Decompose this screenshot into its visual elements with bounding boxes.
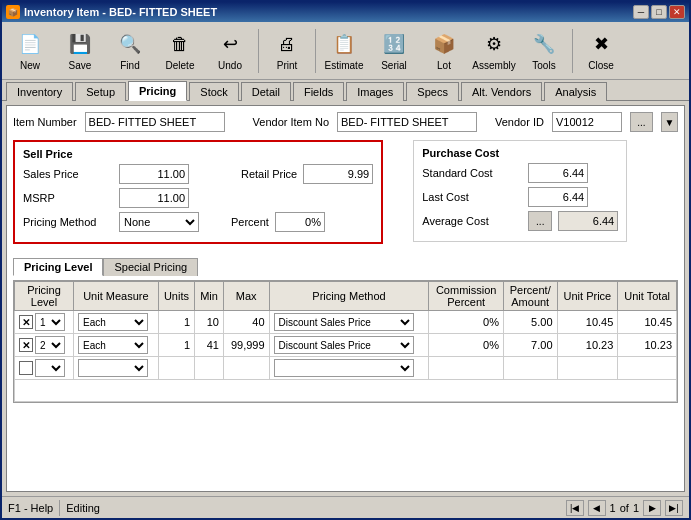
- row1-unit-measure-select[interactable]: Each: [78, 313, 148, 331]
- row2-level-cell: ✕ 2: [15, 334, 74, 357]
- sell-price-title: Sell Price: [23, 148, 373, 160]
- row2-checkbox[interactable]: ✕: [19, 338, 33, 352]
- row1-commission-cell: 0%: [429, 311, 504, 334]
- purchase-cost-title: Purchase Cost: [422, 147, 618, 159]
- toolbar: 📄 New 💾 Save 🔍 Find 🗑 Delete ↩ Undo 🖨 Pr…: [2, 22, 689, 80]
- tab-images[interactable]: Images: [346, 82, 404, 101]
- row1-min-cell: 10: [195, 311, 224, 334]
- tab-analysis[interactable]: Analysis: [544, 82, 607, 101]
- tab-detail[interactable]: Detail: [241, 82, 291, 101]
- row2-unit-measure-select[interactable]: Each: [78, 336, 148, 354]
- last-page-button[interactable]: ▶|: [665, 500, 683, 516]
- tab-stock[interactable]: Stock: [189, 82, 239, 101]
- msrp-input[interactable]: [119, 188, 189, 208]
- row3-unit-total-cell: [618, 357, 677, 380]
- col-unit-measure: Unit Measure: [73, 282, 158, 311]
- tab-pricing[interactable]: Pricing: [128, 81, 187, 101]
- row3-level-select[interactable]: [35, 359, 65, 377]
- col-pricing-method: Pricing Method: [269, 282, 429, 311]
- delete-icon: 🗑: [166, 30, 194, 58]
- empty-row: [15, 380, 677, 402]
- special-pricing-tab[interactable]: Special Pricing: [103, 258, 198, 276]
- window-title: Inventory Item - BED- FITTED SHEET: [24, 6, 217, 18]
- average-cost-input: [558, 211, 618, 231]
- col-unit-price: Unit Price: [557, 282, 618, 311]
- last-cost-label: Last Cost: [422, 191, 522, 203]
- tab-alt-vendors[interactable]: Alt. Vendors: [461, 82, 542, 101]
- row3-percent-amount-cell: [503, 357, 557, 380]
- row3-pricing-method-select[interactable]: [274, 359, 414, 377]
- pricing-level-tab[interactable]: Pricing Level: [13, 258, 103, 276]
- vendor-item-no-input[interactable]: [337, 112, 477, 132]
- prev-page-button[interactable]: ◀: [588, 500, 606, 516]
- pricing-table: PricingLevel Unit Measure Units Min Max …: [14, 281, 677, 402]
- sell-purchase-section: Sell Price Sales Price Retail Price MSRP…: [13, 140, 678, 252]
- inner-content: Item Number Vendor Item No Vendor ID ...…: [6, 105, 685, 492]
- next-page-button[interactable]: ▶: [643, 500, 661, 516]
- vendor-id-input[interactable]: [552, 112, 622, 132]
- row3-level-cell: [15, 357, 74, 380]
- sell-price-box: Sell Price Sales Price Retail Price MSRP…: [13, 140, 383, 244]
- undo-button[interactable]: ↩ Undo: [206, 25, 254, 77]
- minimize-button[interactable]: ─: [633, 5, 649, 19]
- row1-level-cell: ✕ 1: [15, 311, 74, 334]
- tools-button[interactable]: 🔧 Tools: [520, 25, 568, 77]
- row1-level-select[interactable]: 1: [35, 313, 65, 331]
- row2-level-select[interactable]: 2: [35, 336, 65, 354]
- col-unit-total: Unit Total: [618, 282, 677, 311]
- print-button[interactable]: 🖨 Print: [263, 25, 311, 77]
- vendor-id-label: Vendor ID: [495, 116, 544, 128]
- row1-pricing-method-select[interactable]: Discount Sales Price: [274, 313, 414, 331]
- col-commission-pct: CommissionPercent: [429, 282, 504, 311]
- average-cost-lookup-button[interactable]: ...: [528, 211, 552, 231]
- row3-unit-measure-select[interactable]: [78, 359, 148, 377]
- tab-fields[interactable]: Fields: [293, 82, 344, 101]
- lot-button[interactable]: 📦 Lot: [420, 25, 468, 77]
- retail-price-input[interactable]: [303, 164, 373, 184]
- row2-pricing-method-select[interactable]: Discount Sales Price: [274, 336, 414, 354]
- tab-setup[interactable]: Setup: [75, 82, 126, 101]
- save-button[interactable]: 💾 Save: [56, 25, 104, 77]
- table-row: ✕ 1 Each 1 10 40 Discount Sales: [15, 311, 677, 334]
- close-window-button[interactable]: ✕: [669, 5, 685, 19]
- col-pricing-level: PricingLevel: [15, 282, 74, 311]
- estimate-button[interactable]: 📋 Estimate: [320, 25, 368, 77]
- close-icon: ✖: [587, 30, 615, 58]
- tab-specs[interactable]: Specs: [406, 82, 459, 101]
- row1-unit-measure-cell: Each: [73, 311, 158, 334]
- vendor-id-dropdown-button[interactable]: ▼: [661, 112, 678, 132]
- sales-price-input[interactable]: [119, 164, 189, 184]
- item-number-input[interactable]: [85, 112, 225, 132]
- row2-min-cell: 41: [195, 334, 224, 357]
- col-percent-amount: Percent/Amount: [503, 282, 557, 311]
- maximize-button[interactable]: □: [651, 5, 667, 19]
- standard-cost-input[interactable]: [528, 163, 588, 183]
- find-button[interactable]: 🔍 Find: [106, 25, 154, 77]
- estimate-icon: 📋: [330, 30, 358, 58]
- help-text: F1 - Help: [8, 502, 53, 514]
- row1-checkbox[interactable]: ✕: [19, 315, 33, 329]
- serial-button[interactable]: 🔢 Serial: [370, 25, 418, 77]
- row3-checkbox[interactable]: [19, 361, 33, 375]
- row1-unit-price-cell: 10.45: [557, 311, 618, 334]
- close-button[interactable]: ✖ Close: [577, 25, 625, 77]
- pricing-method-label: Pricing Method: [23, 216, 113, 228]
- tab-inventory[interactable]: Inventory: [6, 82, 73, 101]
- app-icon: 📦: [6, 5, 20, 19]
- serial-icon: 🔢: [380, 30, 408, 58]
- delete-button[interactable]: 🗑 Delete: [156, 25, 204, 77]
- new-button[interactable]: 📄 New: [6, 25, 54, 77]
- pricing-method-select[interactable]: None: [119, 212, 199, 232]
- nav-controls: |◀ ◀ 1 of 1 ▶ ▶|: [566, 500, 683, 516]
- vendor-id-lookup-button[interactable]: ...: [630, 112, 653, 132]
- percent-input[interactable]: [275, 212, 325, 232]
- lot-icon: 📦: [430, 30, 458, 58]
- row2-units-cell: 1: [158, 334, 195, 357]
- pricing-table-container: PricingLevel Unit Measure Units Min Max …: [13, 280, 678, 403]
- assembly-button[interactable]: ⚙ Assembly: [470, 25, 518, 77]
- retail-price-label: Retail Price: [241, 168, 297, 180]
- content-area: Item Number Vendor Item No Vendor ID ...…: [2, 101, 689, 496]
- last-cost-input[interactable]: [528, 187, 588, 207]
- first-page-button[interactable]: |◀: [566, 500, 584, 516]
- item-number-row: Item Number Vendor Item No Vendor ID ...…: [13, 112, 678, 132]
